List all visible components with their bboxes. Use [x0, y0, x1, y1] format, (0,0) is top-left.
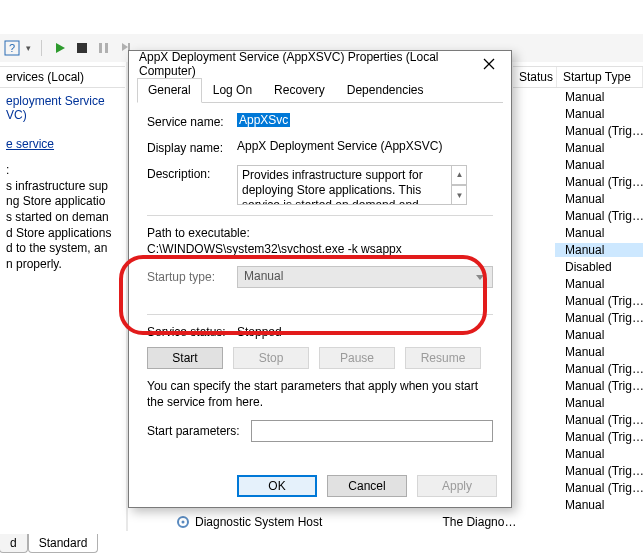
svg-rect-4: [99, 43, 102, 53]
cell-startup-type: Manual: [555, 498, 643, 512]
cell-startup-type: Manual (Trig…: [555, 464, 643, 478]
dialog-title: AppX Deployment Service (AppXSVC) Proper…: [139, 50, 471, 78]
list-row-visible[interactable]: Diagnostic System Host The Diagno…: [175, 513, 643, 531]
ok-button[interactable]: OK: [237, 475, 317, 497]
table-row[interactable]: Manual: [513, 326, 643, 343]
stop-icon[interactable]: [74, 40, 90, 56]
start-params-label: Start parameters:: [147, 424, 251, 438]
selected-service-name: eployment Service VC): [6, 94, 121, 123]
cell-startup-type: Manual: [555, 345, 643, 359]
table-row[interactable]: Manual (Trig…: [513, 479, 643, 496]
table-row[interactable]: Manual: [513, 156, 643, 173]
spin-up-icon[interactable]: ▲: [452, 165, 467, 185]
left-pane-header-text: ervices (Local): [6, 70, 84, 84]
service-status-label: Service status:: [147, 325, 237, 339]
description-label: :: [6, 163, 121, 177]
start-service-link[interactable]: e service: [6, 137, 121, 151]
col-status[interactable]: Status: [513, 67, 557, 87]
spin-down-icon[interactable]: ▼: [452, 185, 467, 205]
table-row[interactable]: Manual: [513, 190, 643, 207]
svg-rect-3: [77, 43, 87, 53]
cell-startup-type: Manual: [555, 90, 643, 104]
cell-startup-type: Manual: [555, 243, 643, 257]
dialog-tabs: General Log On Recovery Dependencies: [137, 77, 503, 103]
tab-extended[interactable]: d: [0, 534, 28, 553]
toolbar-dropdown-icon[interactable]: ▾: [26, 43, 31, 53]
table-row[interactable]: Manual: [513, 88, 643, 105]
cell-startup-type: Manual: [555, 277, 643, 291]
table-row[interactable]: Manual (Trig…: [513, 411, 643, 428]
svg-marker-2: [56, 43, 65, 53]
table-row[interactable]: Manual (Trig…: [513, 207, 643, 224]
table-row[interactable]: Manual: [513, 105, 643, 122]
table-row[interactable]: Manual (Trig…: [513, 360, 643, 377]
pause-button: Pause: [319, 347, 395, 369]
cell-startup-type: Manual: [555, 447, 643, 461]
pause-icon[interactable]: [96, 40, 112, 56]
help-icon[interactable]: ?: [4, 40, 20, 56]
cell-startup-type: Manual (Trig…: [555, 379, 643, 393]
table-row[interactable]: Manual (Trig…: [513, 309, 643, 326]
path-label: Path to executable:: [147, 226, 493, 240]
dialog-titlebar: AppX Deployment Service (AppXSVC) Proper…: [129, 51, 511, 77]
cell-startup-type: Manual: [555, 328, 643, 342]
service-list[interactable]: ManualManualManual (Trig…ManualManualMan…: [513, 88, 643, 519]
cell-startup-type: Manual: [555, 396, 643, 410]
table-row[interactable]: Manual (Trig…: [513, 292, 643, 309]
cancel-button[interactable]: Cancel: [327, 475, 407, 497]
tab-recovery[interactable]: Recovery: [263, 78, 336, 103]
svg-rect-5: [105, 43, 108, 53]
view-tabs: d Standard: [0, 531, 200, 553]
gear-icon: [175, 514, 191, 530]
start-params-input[interactable]: [251, 420, 493, 442]
tab-logon[interactable]: Log On: [202, 78, 263, 103]
table-row[interactable]: Manual: [513, 139, 643, 156]
tab-general[interactable]: General: [137, 78, 202, 103]
cell-startup-type: Manual: [555, 226, 643, 240]
tab-dependencies[interactable]: Dependencies: [336, 78, 435, 103]
cell-startup-type: Manual (Trig…: [555, 175, 643, 189]
service-status-value: Stopped: [237, 325, 282, 339]
svg-point-9: [182, 521, 185, 524]
apply-button: Apply: [417, 475, 497, 497]
display-name-value: AppX Deployment Service (AppXSVC): [237, 139, 493, 153]
table-row[interactable]: Manual: [513, 496, 643, 513]
cell-startup-type: Manual: [555, 107, 643, 121]
resume-button: Resume: [405, 347, 481, 369]
table-row[interactable]: Disabled: [513, 258, 643, 275]
start-button[interactable]: Start: [147, 347, 223, 369]
start-params-note: You can specify the start parameters tha…: [147, 379, 493, 410]
stop-button: Stop: [233, 347, 309, 369]
table-row[interactable]: Manual: [513, 241, 643, 258]
cell-startup-type: Manual (Trig…: [555, 209, 643, 223]
cell-startup-type: Manual (Trig…: [555, 311, 643, 325]
row-desc: The Diagno…: [442, 515, 516, 529]
cell-startup-type: Manual (Trig…: [555, 413, 643, 427]
service-name-value: AppXSvc: [237, 113, 290, 127]
cell-startup-type: Manual (Trig…: [555, 362, 643, 376]
table-row[interactable]: Manual (Trig…: [513, 173, 643, 190]
path-value: C:\WINDOWS\system32\svchost.exe -k wsapp…: [147, 242, 493, 256]
table-row[interactable]: Manual: [513, 224, 643, 241]
description-box: Provides infrastructure support for depl…: [237, 165, 467, 205]
svg-text:?: ?: [9, 42, 15, 54]
table-row[interactable]: Manual (Trig…: [513, 462, 643, 479]
list-header: Status Startup Type: [513, 66, 643, 88]
col-startup-type[interactable]: Startup Type: [557, 67, 643, 87]
tab-standard[interactable]: Standard: [28, 534, 99, 553]
table-row[interactable]: Manual: [513, 394, 643, 411]
play-icon[interactable]: [52, 40, 68, 56]
description-spinner[interactable]: ▲ ▼: [451, 165, 467, 205]
table-row[interactable]: Manual (Trig…: [513, 122, 643, 139]
table-row[interactable]: Manual (Trig…: [513, 377, 643, 394]
table-row[interactable]: Manual: [513, 275, 643, 292]
cell-startup-type: Manual (Trig…: [555, 124, 643, 138]
startup-type-select[interactable]: Manual: [237, 266, 493, 288]
table-row[interactable]: Manual: [513, 445, 643, 462]
table-row[interactable]: Manual: [513, 343, 643, 360]
table-row[interactable]: Manual (Trig…: [513, 428, 643, 445]
display-name-label: Display name:: [147, 139, 237, 155]
left-pane-header: ervices (Local): [0, 66, 125, 88]
cell-startup-type: Manual (Trig…: [555, 294, 643, 308]
close-button[interactable]: [471, 53, 507, 75]
